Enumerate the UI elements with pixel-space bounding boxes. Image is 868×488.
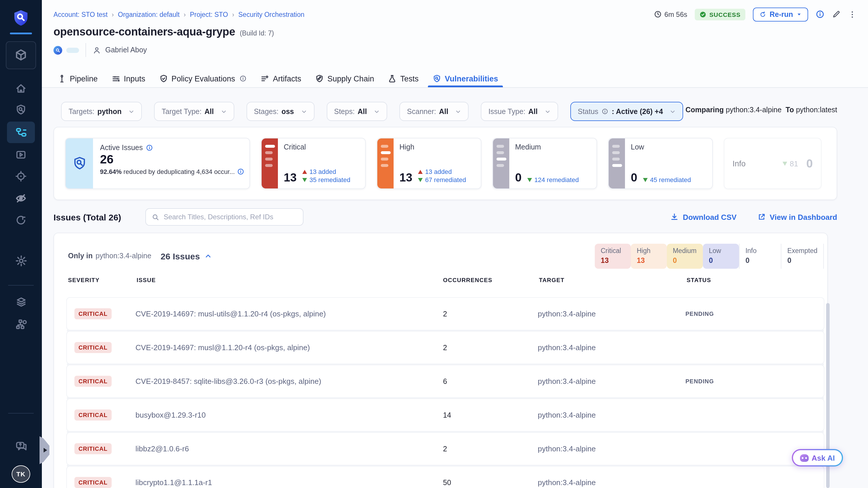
chip-high[interactable]: High13 — [631, 243, 667, 268]
col-occurrences: OCCURRENCES — [434, 277, 533, 283]
dedup-percent: 92.64% — [100, 168, 122, 175]
only-in-label: Only in — [68, 252, 93, 260]
active-issues-card: Active Issues 26 92.64% reduced by dedup… — [65, 138, 250, 189]
table-body: CRITICAL CVE-2019-14697: musl-utils@1.1.… — [67, 298, 824, 488]
breadcrumb-org-link[interactable]: Organization: default — [118, 11, 180, 18]
nav-home-icon[interactable] — [0, 83, 42, 94]
filter-issue-type[interactable]: Issue Type: All — [481, 102, 558, 121]
target-cell: python:3.4-alpine — [532, 343, 680, 352]
filter-targets[interactable]: Targets: python — [61, 102, 142, 121]
breadcrumb-module-link[interactable]: Security Orchestration — [238, 11, 305, 18]
active-issues-label: Active Issues — [100, 144, 143, 152]
breadcrumb-account-link[interactable]: Account: STO test — [54, 11, 107, 18]
table-row[interactable]: CRITICAL CVE-2019-8457: sqlite-libs@3.26… — [67, 365, 824, 397]
issue-cell: CVE-2019-8457: sqlite-libs@3.26.0-r3 (os… — [131, 377, 433, 386]
policy-info-icon[interactable] — [240, 75, 247, 82]
nav-help-chat-icon[interactable] — [0, 440, 42, 453]
chevron-down-icon — [221, 109, 226, 114]
table-row[interactable]: CRITICAL CVE-2019-14697: musl@1.1.20-r4 … — [67, 332, 824, 364]
sto-shield-logo-icon[interactable] — [0, 9, 42, 27]
tab-artifacts[interactable]: Artifacts — [261, 70, 302, 87]
chevron-up-icon[interactable] — [205, 252, 212, 260]
tab-label: Supply Chain — [327, 74, 374, 83]
col-severity: SEVERITY — [68, 277, 132, 283]
filter-value: : Active (26) +4 — [612, 107, 663, 116]
remediated-delta: 124 remediated — [527, 177, 579, 183]
chip-exempted[interactable]: Exempted0 — [781, 243, 824, 268]
severity-card-title: Medium — [515, 143, 591, 151]
edit-pipeline-pencil-icon[interactable] — [832, 10, 841, 19]
occurrences-cell: 2 — [433, 445, 532, 453]
tab-label: Inputs — [124, 74, 145, 83]
nav-pipelines-active-icon[interactable] — [7, 122, 35, 143]
info-icon[interactable] — [146, 144, 153, 151]
tab-supply-chain[interactable]: Supply Chain — [315, 70, 374, 87]
tab-label: Pipeline — [70, 74, 98, 83]
issue-cell: CVE-2019-14697: musl@1.1.20-r4 (os-pkgs,… — [131, 343, 433, 352]
nav-hidden-eye-off-icon[interactable] — [0, 192, 42, 204]
table-row[interactable]: CRITICAL CVE-2019-14697: musl-utils@1.1.… — [67, 298, 824, 330]
breadcrumb-project-link[interactable]: Project: STO — [190, 11, 228, 18]
user-avatar[interactable]: TK — [12, 465, 30, 483]
avatar-initials: TK — [16, 470, 25, 478]
info-remediated-delta: 81 — [783, 159, 798, 168]
occurrences-cell: 14 — [433, 411, 532, 419]
tab-policy-evaluations[interactable]: Policy Evaluations — [159, 70, 247, 87]
inputs-icon — [112, 74, 120, 83]
nav-pipeline-settings-icon[interactable] — [0, 318, 42, 330]
tab-tests[interactable]: Tests — [388, 70, 418, 87]
search-input[interactable] — [164, 213, 298, 221]
severity-badge: CRITICAL — [74, 443, 112, 454]
ai-robot-icon — [800, 454, 809, 461]
duration-text: 6m 56s — [664, 10, 687, 18]
filter-stages[interactable]: Stages: oss — [246, 102, 314, 121]
info-icon[interactable] — [237, 168, 244, 175]
tab-vulnerabilities[interactable]: Vulnerabilities — [433, 70, 498, 87]
filter-target-type[interactable]: Target Type: All — [154, 102, 234, 121]
artifacts-list-icon — [261, 74, 270, 83]
issues-search[interactable] — [146, 208, 304, 226]
chip-low[interactable]: Low0 — [703, 243, 739, 268]
module-selector-cube-icon[interactable] — [6, 41, 36, 69]
more-options-kebab-icon[interactable] — [848, 10, 856, 18]
download-csv-button[interactable]: Download CSV — [671, 213, 737, 221]
issues-toolbar: Issues (Total 26) Download CSV View in D… — [54, 208, 837, 226]
nav-targets-icon[interactable] — [0, 171, 42, 182]
check-circle-icon — [700, 11, 706, 18]
execution-info-icon[interactable] — [816, 10, 825, 19]
table-row[interactable]: CRITICAL libcrypto1.1@1.1.1a-r1 50 pytho… — [67, 466, 824, 488]
chip-info[interactable]: Info0 — [739, 243, 781, 268]
topbar: Account: STO test › Organization: defaul… — [54, 7, 856, 22]
table-row[interactable]: CRITICAL libbz2@1.0.6-r6 2 python:3.4-al… — [67, 433, 824, 465]
view-in-dashboard-button[interactable]: View in Dashboard — [757, 213, 837, 221]
issue-group-header[interactable]: Only in python:3.4-alpine 26 Issues Crit… — [68, 243, 824, 269]
tab-pipeline[interactable]: Pipeline — [58, 70, 98, 87]
user-icon — [92, 45, 101, 54]
table-row[interactable]: CRITICAL busybox@1.29.3-r10 14 python:3.… — [67, 399, 824, 431]
tab-inputs[interactable]: Inputs — [112, 70, 145, 87]
sidebar-divider — [8, 285, 34, 285]
chip-medium[interactable]: Medium0 — [667, 243, 703, 268]
severity-badge: CRITICAL — [74, 409, 112, 421]
filter-scanner[interactable]: Scanner: All — [399, 102, 469, 121]
status-cell: PENDING — [680, 311, 824, 317]
ask-ai-button[interactable]: Ask AI — [792, 449, 843, 466]
chip-critical[interactable]: Critical13 — [595, 243, 631, 268]
build-id: (Build Id: 7) — [240, 30, 274, 37]
filter-label: Issue Type: — [488, 107, 525, 116]
main-content: Account: STO test › Organization: defaul… — [42, 0, 868, 488]
nav-layers-settings-icon[interactable] — [0, 296, 42, 308]
filter-steps[interactable]: Steps: All — [327, 102, 387, 121]
nav-get-started-icon[interactable] — [0, 215, 42, 226]
severity-card-count: 0 — [515, 172, 522, 183]
high-card: High 13 13 added 67 remediated — [377, 138, 482, 189]
nav-settings-gear-icon[interactable] — [0, 255, 42, 267]
medium-card: Medium 0 124 remediated — [492, 138, 597, 189]
occurrences-cell: 2 — [433, 310, 532, 318]
filter-status[interactable]: Status : Active (26) +4 — [570, 102, 683, 121]
nav-security-scan-icon[interactable] — [0, 104, 42, 116]
tag-pill — [66, 48, 79, 53]
rerun-button[interactable]: Re-run — [753, 7, 808, 21]
medium-strip-icon — [493, 139, 509, 188]
nav-executions-icon[interactable] — [0, 149, 42, 160]
